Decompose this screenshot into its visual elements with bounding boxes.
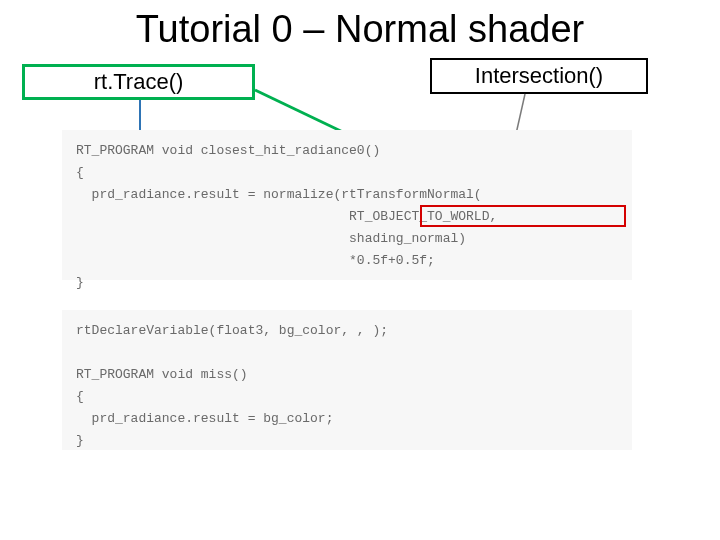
code-line: { [76,165,84,180]
code-line: { [76,389,84,404]
code-line: prd_radiance.result = normalize(rtTransf… [76,187,482,202]
intersection-box: Intersection() [430,58,648,94]
code-line: *0.5f+0.5f; [76,253,435,268]
code-line: shading_normal) [76,231,466,246]
code-line: rtDeclareVariable(float3, bg_color, , ); [76,323,388,338]
slide: Tutorial 0 – Normal shader rt.Trace() In… [0,0,720,540]
code-line: } [76,433,84,448]
highlight-shading-normal [420,205,626,227]
code-line: prd_radiance.result = bg_color; [76,411,333,426]
trace-box: rt.Trace() [22,64,255,100]
page-title: Tutorial 0 – Normal shader [0,8,720,51]
code-line: } [76,275,84,290]
code-line: RT_PROGRAM void miss() [76,367,248,382]
trace-label: rt.Trace() [94,69,184,95]
code-line: RT_PROGRAM void closest_hit_radiance0() [76,143,380,158]
code-block-miss: rtDeclareVariable(float3, bg_color, , );… [62,310,632,450]
intersection-label: Intersection() [475,63,603,89]
